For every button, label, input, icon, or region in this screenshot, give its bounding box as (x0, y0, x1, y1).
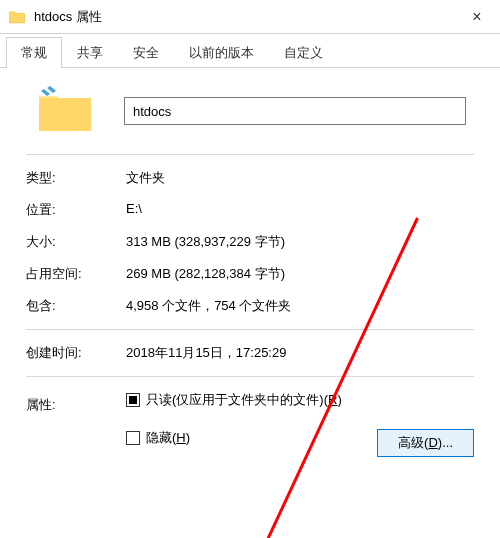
row-type: 类型: 文件夹 (26, 169, 474, 187)
tab-bar: 常规 共享 安全 以前的版本 自定义 (0, 34, 500, 68)
separator (26, 376, 474, 377)
tab-security[interactable]: 安全 (118, 37, 174, 67)
label-location: 位置: (26, 201, 126, 219)
label-size: 大小: (26, 233, 126, 251)
hidden-checkbox[interactable] (126, 431, 140, 445)
tab-general[interactable]: 常规 (6, 37, 62, 68)
label-attributes: 属性: (26, 396, 126, 414)
value-location: E:\ (126, 201, 474, 219)
name-row (26, 86, 474, 136)
label-type: 类型: (26, 169, 126, 187)
tab-versions[interactable]: 以前的版本 (174, 37, 269, 67)
separator (26, 154, 474, 155)
tab-content: 类型: 文件夹 位置: E:\ 大小: 313 MB (328,937,229 … (0, 68, 500, 475)
hidden-checkbox-row: 隐藏(H) (126, 429, 190, 447)
row-size: 大小: 313 MB (328,937,229 字节) (26, 233, 474, 251)
folder-name-input[interactable] (124, 97, 466, 125)
value-type: 文件夹 (126, 169, 474, 187)
separator (26, 329, 474, 330)
close-button[interactable]: × (454, 0, 500, 33)
row-size-on-disk: 占用空间: 269 MB (282,128,384 字节) (26, 265, 474, 283)
readonly-label: 只读(仅应用于文件夹中的文件)(R) (146, 391, 342, 409)
label-size-on-disk: 占用空间: (26, 265, 126, 283)
folder-large-icon (36, 86, 94, 136)
advanced-button[interactable]: 高级(D)... (377, 429, 474, 457)
tab-share[interactable]: 共享 (62, 37, 118, 67)
tab-custom[interactable]: 自定义 (269, 37, 338, 67)
row-contains: 包含: 4,958 个文件，754 个文件夹 (26, 297, 474, 315)
row-location: 位置: E:\ (26, 201, 474, 219)
value-size: 313 MB (328,937,229 字节) (126, 233, 474, 251)
value-contains: 4,958 个文件，754 个文件夹 (126, 297, 474, 315)
close-icon: × (472, 8, 481, 26)
label-contains: 包含: (26, 297, 126, 315)
attributes-section: 属性: 只读(仅应用于文件夹中的文件)(R) 隐藏(H) 高级(D)... (26, 391, 474, 457)
row-created: 创建时间: 2018年11月15日，17:25:29 (26, 344, 474, 362)
readonly-checkbox-row: 只读(仅应用于文件夹中的文件)(R) (126, 391, 342, 409)
value-created: 2018年11月15日，17:25:29 (126, 344, 474, 362)
folder-icon (8, 8, 26, 26)
titlebar: htdocs 属性 × (0, 0, 500, 34)
window-title: htdocs 属性 (34, 8, 454, 26)
value-size-on-disk: 269 MB (282,128,384 字节) (126, 265, 474, 283)
hidden-label: 隐藏(H) (146, 429, 190, 447)
label-created: 创建时间: (26, 344, 126, 362)
readonly-checkbox[interactable] (126, 393, 140, 407)
